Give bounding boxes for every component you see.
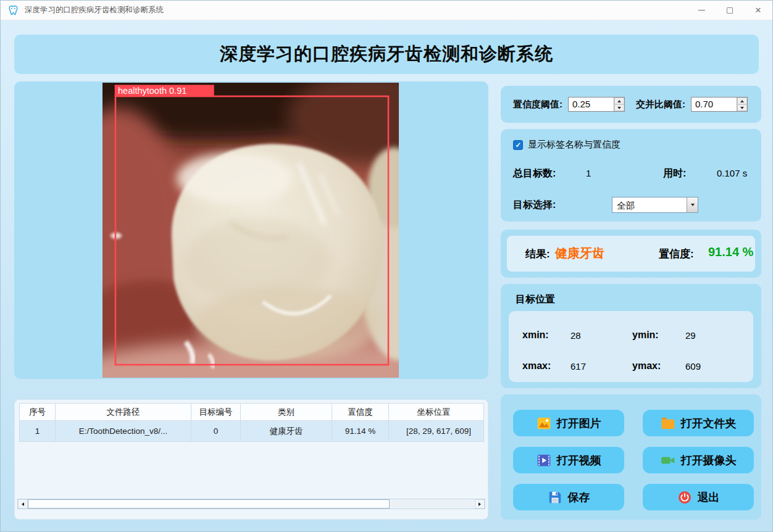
folder-icon	[661, 416, 675, 431]
target-position-panel: 目标位置 xmin: 28 ymin: 29 xmax: 617 ymax: 6…	[501, 284, 761, 388]
show-labels-row: 显示标签名称与置信度	[513, 139, 620, 151]
target-select-dropdown[interactable]: 全部	[612, 197, 698, 213]
confidence-threshold-label: 置信度阈值:	[513, 99, 562, 110]
button-label: 打开图片	[557, 416, 601, 431]
result-confidence-label: 置信度:	[659, 247, 694, 261]
result-panel: 结果: 健康牙齿 置信度: 91.14 %	[501, 230, 761, 278]
iou-threshold-label: 交并比阈值:	[636, 99, 685, 110]
main-content: 深度学习的口腔疾病牙齿检测和诊断系统	[1, 21, 772, 531]
result-confidence-value: 91.14 %	[708, 245, 753, 259]
result-value: 健康牙齿	[555, 245, 604, 262]
xmax-value: 617	[570, 361, 586, 372]
dropdown-arrow-button[interactable]	[687, 197, 698, 212]
app-window: 深度学习的口腔疾病牙齿检测和诊断系统 ✕ 深度学习的口腔疾病牙齿检测和诊断系统	[0, 0, 773, 532]
button-label: 退出	[698, 490, 720, 505]
arrow-up-icon	[617, 100, 621, 102]
button-label: 打开视频	[557, 453, 601, 468]
scroll-right-button[interactable]	[475, 499, 485, 509]
maximize-icon	[727, 7, 733, 14]
iou-threshold-value[interactable]: 0.70	[692, 98, 737, 111]
col-coordinates: 坐标位置	[389, 404, 484, 421]
table-row[interactable]: 1 E:/ToothDetection_v8/... 0 健康牙齿 91.14 …	[20, 421, 484, 442]
floppy-disk-icon	[548, 490, 562, 505]
ymin-value: 29	[685, 330, 696, 341]
cell-filepath: E:/ToothDetection_v8/...	[56, 421, 191, 442]
ymax-label: ymax:	[632, 360, 661, 372]
thresholds-panel: 置信度阈值: 0.25 交并比阈值: 0.70	[501, 86, 761, 123]
exit-button[interactable]: 退出	[643, 484, 754, 510]
video-camera-icon	[661, 453, 675, 468]
window-controls: ✕	[687, 1, 772, 20]
cell-target-id: 0	[191, 421, 241, 442]
open-video-button[interactable]: 打开视频	[513, 447, 624, 473]
results-table: 序号 文件路径 目标编号 类别 置信度 坐标位置 1 E:/ToothDetec…	[19, 403, 484, 442]
scroll-left-button[interactable]	[18, 499, 28, 509]
target-position-title: 目标位置	[516, 293, 555, 306]
show-labels-checkbox[interactable]	[513, 140, 523, 150]
target-position-box: xmin: 28 ymin: 29 xmax: 617 ymax: 609	[509, 311, 753, 382]
detection-settings-panel: 显示标签名称与置信度 总目标数: 1 用时: 0.107 s 目标选择: 全部	[501, 129, 761, 222]
cell-confidence: 91.14 %	[332, 421, 389, 442]
total-targets-label: 总目标数:	[513, 167, 556, 180]
spin-down-button[interactable]	[737, 104, 747, 111]
cell-class: 健康牙齿	[241, 421, 332, 442]
minimize-icon	[698, 10, 705, 10]
spin-up-button[interactable]	[614, 98, 624, 104]
col-class: 类别	[241, 404, 332, 421]
ymax-value: 609	[685, 361, 701, 372]
close-icon: ✕	[755, 6, 762, 15]
results-table-panel: 序号 文件路径 目标编号 类别 置信度 坐标位置 1 E:/ToothDetec…	[14, 399, 488, 520]
film-play-icon	[537, 453, 551, 468]
arrow-left-icon	[22, 502, 24, 506]
spin-up-button[interactable]	[737, 98, 747, 104]
spinner-buttons	[614, 98, 624, 111]
confidence-threshold-value[interactable]: 0.25	[569, 98, 614, 111]
chevron-down-icon	[691, 204, 695, 206]
iou-threshold-spinner[interactable]: 0.70	[691, 97, 748, 112]
button-label: 打开摄像头	[681, 453, 737, 468]
time-label: 用时:	[663, 167, 686, 180]
target-select-value: 全部	[612, 197, 687, 212]
arrow-right-icon	[478, 502, 481, 506]
arrow-up-icon	[740, 100, 744, 102]
scrollbar-track[interactable]	[28, 499, 475, 509]
tooth-icon	[7, 4, 19, 16]
scrollbar-thumb[interactable]	[28, 499, 390, 509]
result-label: 结果:	[525, 247, 550, 261]
page-title-banner: 深度学习的口腔疾病牙齿检测和诊断系统	[14, 35, 759, 74]
button-label: 保存	[568, 490, 590, 505]
maximize-button[interactable]	[716, 1, 744, 20]
confidence-threshold-spinner[interactable]: 0.25	[568, 97, 625, 112]
col-target-id: 目标编号	[191, 404, 241, 421]
xmax-label: xmax:	[522, 360, 551, 372]
time-value: 0.107 s	[717, 168, 747, 178]
button-label: 打开文件夹	[681, 416, 737, 431]
close-button[interactable]: ✕	[744, 1, 772, 20]
spinner-buttons	[737, 98, 747, 111]
result-box: 结果: 健康牙齿 置信度: 91.14 %	[507, 236, 755, 272]
save-button[interactable]: 保存	[513, 484, 624, 510]
actions-panel: 打开图片 打开文件夹	[501, 394, 761, 520]
titlebar: 深度学习的口腔疾病牙齿检测和诊断系统 ✕	[1, 1, 772, 20]
open-image-button[interactable]: 打开图片	[513, 410, 624, 436]
open-camera-button[interactable]: 打开摄像头	[643, 447, 754, 473]
col-index: 序号	[20, 404, 56, 421]
spin-down-button[interactable]	[614, 104, 624, 111]
xmin-value: 28	[570, 330, 581, 341]
bbox-label: healthytooth 0.91	[118, 86, 186, 96]
minimize-button[interactable]	[687, 1, 716, 20]
open-folder-button[interactable]: 打开文件夹	[643, 410, 754, 436]
horizontal-scrollbar[interactable]	[17, 499, 485, 509]
show-labels-label: 显示标签名称与置信度	[528, 139, 620, 151]
table-header-row: 序号 文件路径 目标编号 类别 置信度 坐标位置	[20, 404, 484, 421]
cell-index: 1	[20, 421, 56, 442]
page-title: 深度学习的口腔疾病牙齿检测和诊断系统	[220, 42, 553, 67]
arrow-down-icon	[617, 107, 621, 109]
detection-image: healthytooth 0.91	[102, 83, 399, 378]
cell-coordinates: [28, 29, 617, 609]	[389, 421, 484, 442]
window-title: 深度学习的口腔疾病牙齿检测和诊断系统	[25, 5, 164, 15]
ymin-label: ymin:	[632, 330, 659, 341]
col-filepath: 文件路径	[56, 404, 191, 421]
arrow-down-icon	[740, 107, 744, 109]
col-confidence: 置信度	[332, 404, 389, 421]
